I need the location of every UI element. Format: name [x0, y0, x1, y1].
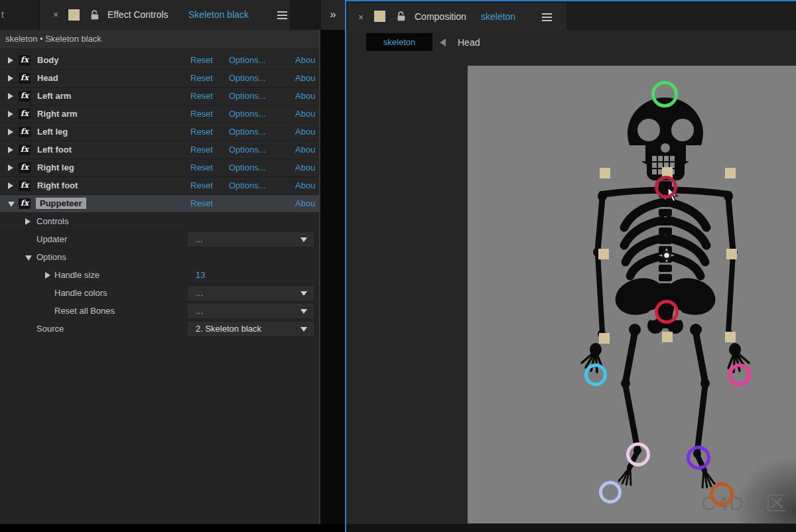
- expand-triangle-icon[interactable]: [8, 93, 13, 100]
- reset-link[interactable]: Reset: [190, 109, 213, 119]
- effect-row-left-arm[interactable]: fx Left arm Reset Options... Abou: [0, 88, 319, 105]
- partial-tab[interactable]: t: [0, 0, 38, 30]
- comp-breadcrumb-button[interactable]: skeleton: [366, 33, 432, 51]
- fx-icon[interactable]: fx: [19, 198, 31, 209]
- property-triangle-icon[interactable]: [45, 272, 50, 279]
- effect-row-head[interactable]: fx Head Reset Options... Abou: [0, 70, 319, 88]
- fx-icon[interactable]: fx: [19, 145, 31, 155]
- tab-overflow-button[interactable]: »: [321, 0, 345, 30]
- expand-triangle-icon[interactable]: [8, 147, 13, 153]
- about-link[interactable]: Abou: [295, 145, 315, 155]
- reset-link[interactable]: Reset: [190, 55, 213, 65]
- options-link[interactable]: Options...: [229, 127, 266, 137]
- property-value-text: ...: [196, 232, 203, 247]
- effect-row-body[interactable]: fx Body Reset Options... Abou: [0, 52, 319, 70]
- about-link[interactable]: Abou: [295, 73, 315, 83]
- expand-triangle-icon[interactable]: [8, 57, 13, 64]
- effect-row-puppeteer[interactable]: fx Puppeteer Reset Abou: [0, 195, 319, 213]
- effect-row-right-foot[interactable]: fx Right foot Reset Options... Abou: [0, 177, 319, 195]
- options-link[interactable]: Options...: [229, 91, 266, 101]
- close-icon[interactable]: ×: [53, 0, 58, 30]
- reset-link[interactable]: Reset: [190, 163, 213, 172]
- fx-icon[interactable]: fx: [19, 127, 31, 137]
- options-link[interactable]: Options...: [229, 180, 266, 190]
- options-link[interactable]: Options...: [229, 145, 266, 155]
- property-triangle-icon[interactable]: [25, 255, 32, 261]
- unlock-icon[interactable]: [397, 11, 406, 24]
- effect-controls-body: skeleton • Skeleton black fx Body Reset …: [0, 30, 320, 524]
- property-value-text: 2. Skeleton black: [196, 322, 261, 336]
- reset-link[interactable]: Reset: [190, 145, 213, 155]
- property-triangle-icon[interactable]: [25, 218, 31, 225]
- effect-row-right-arm[interactable]: fx Right arm Reset Options... Abou: [0, 105, 319, 123]
- effect-row-left-foot[interactable]: fx Left foot Reset Options... Abou: [0, 141, 319, 159]
- about-link[interactable]: Abou: [295, 91, 315, 101]
- dropdown-caret-icon[interactable]: [300, 237, 307, 242]
- expand-triangle-icon[interactable]: [8, 182, 13, 189]
- property-row-source[interactable]: Source 2. Skeleton black: [0, 320, 319, 338]
- collapse-triangle-icon[interactable]: [8, 202, 15, 207]
- reset-link[interactable]: Reset: [190, 198, 213, 208]
- options-link[interactable]: Options...: [229, 73, 266, 83]
- dropdown-caret-icon[interactable]: [300, 327, 307, 332]
- property-row-handle-size[interactable]: Handle size 13: [0, 267, 319, 285]
- effect-name: Left foot: [37, 145, 72, 155]
- fx-icon[interactable]: fx: [19, 109, 31, 119]
- back-arrow-icon[interactable]: [440, 38, 446, 46]
- effect-row-left-leg[interactable]: fx Left leg Reset Options... Abou: [0, 123, 319, 141]
- reset-link[interactable]: Reset: [190, 73, 213, 83]
- fx-icon[interactable]: fx: [19, 163, 31, 173]
- options-link[interactable]: Options...: [229, 55, 266, 65]
- dropdown-caret-icon[interactable]: [300, 309, 307, 314]
- fx-icon[interactable]: fx: [19, 73, 31, 84]
- reset-link[interactable]: Reset: [190, 180, 213, 190]
- fx-icon[interactable]: fx: [19, 55, 31, 66]
- panel-color-swatch: [374, 11, 385, 22]
- property-row-options[interactable]: Options: [0, 249, 319, 267]
- puppeteer-properties: Controls Updater ... Options Handle size…: [0, 213, 319, 338]
- options-link[interactable]: Options...: [229, 109, 266, 119]
- effect-name: Left leg: [37, 127, 68, 137]
- about-link[interactable]: Abou: [295, 109, 315, 119]
- property-row-updater[interactable]: Updater ...: [0, 231, 319, 249]
- composition-tabbar: × Composition skeleton: [346, 1, 796, 30]
- about-link[interactable]: Abou: [295, 163, 315, 172]
- property-row-controls[interactable]: Controls: [0, 213, 319, 231]
- effect-name: Right arm: [37, 109, 78, 119]
- panel-menu-icon[interactable]: [277, 11, 287, 19]
- reset-link[interactable]: Reset: [190, 127, 213, 137]
- effect-row-right-leg[interactable]: fx Right leg Reset Options... Abou: [0, 159, 319, 177]
- about-link[interactable]: Abou: [295, 127, 315, 137]
- composition-canvas[interactable]: C4D社区: [468, 66, 796, 523]
- property-value[interactable]: 13: [188, 268, 314, 283]
- composition-tab[interactable]: × Composition skeleton: [348, 3, 566, 31]
- tab-target-comp[interactable]: skeleton: [481, 3, 515, 31]
- property-row-handle-colors[interactable]: Handle colors ...: [0, 285, 319, 302]
- fx-icon[interactable]: fx: [19, 91, 31, 101]
- reset-link[interactable]: Reset: [190, 91, 213, 101]
- expand-triangle-icon[interactable]: [8, 129, 13, 135]
- close-icon[interactable]: ×: [358, 3, 364, 33]
- property-label: Updater: [36, 234, 67, 244]
- composition-viewer[interactable]: C4D社区: [346, 55, 796, 524]
- options-link[interactable]: Options...: [229, 163, 266, 172]
- panel-menu-icon[interactable]: [542, 13, 552, 21]
- property-label: Handle colors: [54, 288, 107, 298]
- property-value[interactable]: ...: [188, 232, 314, 247]
- expand-triangle-icon[interactable]: [8, 75, 13, 82]
- property-value[interactable]: ...: [188, 304, 314, 318]
- about-link[interactable]: Abou: [295, 55, 315, 65]
- effect-controls-tab[interactable]: × Effect Controls Skeleton black: [40, 0, 290, 30]
- unlock-icon[interactable]: [90, 10, 100, 23]
- tab-target-layer[interactable]: Skeleton black: [188, 0, 249, 30]
- property-row-reset-all-bones[interactable]: Reset all Bones ...: [0, 302, 319, 320]
- expand-triangle-icon[interactable]: [8, 165, 13, 171]
- effect-name-puppeteer: Puppeteer: [36, 198, 86, 209]
- fx-icon[interactable]: fx: [19, 180, 31, 191]
- dropdown-caret-icon[interactable]: [300, 291, 307, 296]
- about-link[interactable]: Abou: [295, 198, 315, 208]
- property-value[interactable]: ...: [188, 286, 314, 300]
- property-value[interactable]: 2. Skeleton black: [188, 322, 314, 336]
- about-link[interactable]: Abou: [295, 180, 315, 190]
- expand-triangle-icon[interactable]: [8, 111, 13, 117]
